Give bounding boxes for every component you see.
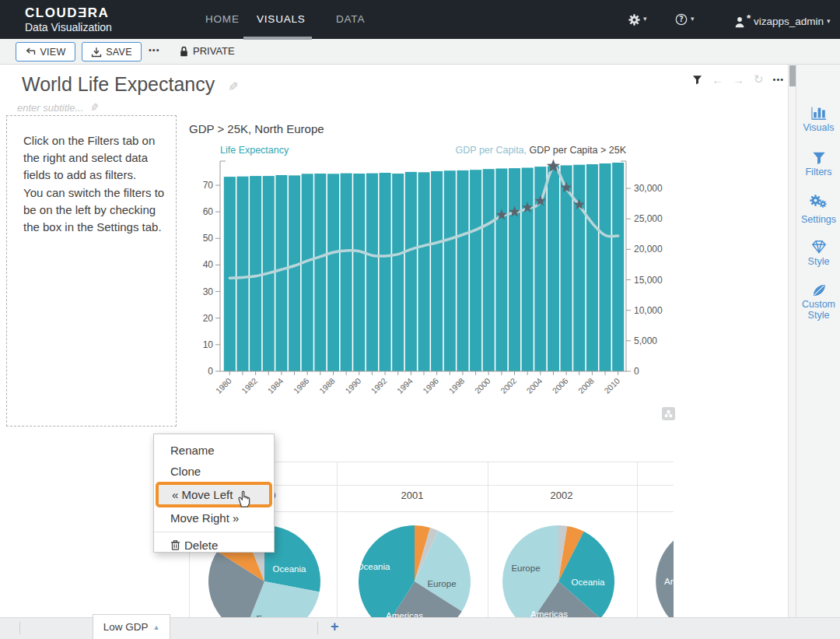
- private-label: PRIVATE: [193, 45, 235, 57]
- trash-icon: [170, 539, 180, 551]
- svg-text:1982: 1982: [240, 376, 259, 395]
- svg-text:20,000: 20,000: [634, 244, 663, 255]
- svg-text:Oceania: Oceania: [357, 562, 390, 571]
- filter-hint-line1: Click on the Filters tab on the right an…: [23, 132, 165, 184]
- private-badge[interactable]: PRIVATE: [179, 45, 235, 57]
- svg-text:Oceania: Oceania: [572, 578, 605, 587]
- svg-text:30,000: 30,000: [634, 183, 663, 194]
- pie-column-year: 2001: [373, 490, 451, 501]
- svg-text:1988: 1988: [317, 376, 337, 395]
- view-label: VIEW: [40, 47, 65, 58]
- tab-divider: [19, 622, 20, 634]
- filter-drop-zone[interactable]: Click on the Filters tab on the right an…: [6, 115, 177, 427]
- menu-item-move-left[interactable]: « Move Left: [156, 482, 272, 507]
- sidebar-label: Style: [796, 256, 840, 267]
- user-name: vizapps_admin: [754, 16, 824, 27]
- svg-text:1986: 1986: [292, 376, 311, 395]
- svg-text:GDP per Capita, GDP per Capita: GDP per Capita, GDP per Capita > 25K: [456, 145, 627, 156]
- nav-home[interactable]: HOME: [205, 13, 240, 25]
- svg-text:25,000: 25,000: [634, 213, 663, 224]
- svg-text:15,000: 15,000: [634, 275, 663, 286]
- user-menu[interactable]: * vizapps_admin▾: [734, 12, 831, 28]
- view-arrow-icon: [25, 47, 36, 58]
- svg-text:5,000: 5,000: [634, 335, 657, 346]
- menu-item-rename[interactable]: Rename: [154, 440, 274, 461]
- svg-text:1984: 1984: [265, 376, 285, 395]
- filter-hint-line2: You can switch the filters to be on the …: [23, 184, 165, 237]
- svg-text:20: 20: [203, 313, 214, 324]
- visual-more-button[interactable]: •••: [773, 75, 785, 84]
- svg-text:70: 70: [203, 180, 214, 191]
- sidebar-item-settings[interactable]: Settings: [796, 194, 840, 225]
- svg-text:2008: 2008: [576, 376, 596, 395]
- svg-text:0: 0: [634, 366, 639, 377]
- svg-text:0: 0: [208, 366, 213, 377]
- subtitle-input[interactable]: enter subtitle... ✎: [17, 101, 100, 114]
- svg-text:Life Expectancy: Life Expectancy: [220, 145, 289, 156]
- tab-low-gdp-active[interactable]: Low GDP▲: [93, 614, 170, 639]
- combo-chart[interactable]: Life ExpectancyGDP per Capita, GDP per C…: [189, 142, 687, 407]
- bar-chart-icon: [811, 105, 827, 121]
- chevron-down-icon: ▾: [643, 15, 647, 23]
- sidebar-item-style[interactable]: Style: [796, 239, 840, 267]
- nav-data[interactable]: DATA: [336, 13, 365, 25]
- chevron-down-icon: ▾: [691, 15, 695, 23]
- svg-text:30: 30: [203, 286, 214, 297]
- svg-text:1990: 1990: [343, 376, 362, 395]
- svg-text:1980: 1980: [214, 376, 233, 395]
- svg-text:1994: 1994: [395, 376, 415, 395]
- sidebar-item-visuals[interactable]: Visuals: [796, 105, 840, 133]
- sidebar-item-custom-style[interactable]: Custom Style: [796, 283, 840, 321]
- svg-text:Americas: Americas: [664, 577, 674, 586]
- menu-item-delete[interactable]: Delete: [154, 535, 274, 556]
- sidebar-label: Visuals: [796, 122, 840, 133]
- pie-column-year: 2002: [523, 490, 600, 501]
- right-sidebar: Visuals Filters Settings Style Custom St…: [796, 65, 840, 639]
- user-icon: [734, 16, 745, 28]
- svg-text:2006: 2006: [551, 376, 570, 395]
- menu-item-move-right[interactable]: Move Right »: [154, 507, 274, 528]
- delete-label: Delete: [184, 539, 218, 552]
- back-arrow-icon: ←: [712, 73, 723, 86]
- save-button[interactable]: SAVE: [82, 42, 142, 61]
- edit-title-pencil-icon[interactable]: ✎: [228, 79, 238, 94]
- svg-text:Europe: Europe: [427, 579, 456, 588]
- vertical-scrollbar[interactable]: [788, 65, 796, 617]
- svg-text:Oceania: Oceania: [273, 564, 306, 574]
- sidebar-label: Filters: [796, 167, 840, 177]
- lock-icon: [179, 46, 189, 57]
- sidebar-label: Settings: [796, 214, 840, 225]
- refresh-icon: ↻: [754, 72, 764, 86]
- add-sheet-button[interactable]: +: [331, 619, 339, 635]
- chevron-down-icon: ▾: [827, 17, 831, 25]
- svg-text:2000: 2000: [473, 376, 492, 395]
- visual-type-badge[interactable]: [662, 407, 675, 420]
- help-menu[interactable]: ▾: [675, 12, 695, 26]
- menu-item-clone[interactable]: Clone: [154, 461, 274, 482]
- edit-subtitle-pencil-icon[interactable]: ✎: [91, 101, 100, 114]
- share-icon: [664, 409, 673, 418]
- svg-text:Americas: Americas: [530, 609, 568, 617]
- menu-separator: [154, 532, 274, 532]
- diamond-icon: [811, 239, 827, 255]
- svg-text:1992: 1992: [369, 376, 388, 395]
- svg-text:1998: 1998: [446, 376, 466, 395]
- nav-visuals[interactable]: VISUALS: [257, 13, 306, 25]
- view-button[interactable]: VIEW: [16, 42, 75, 61]
- sidebar-item-filters[interactable]: Filters: [796, 150, 840, 177]
- toolbar-more-button[interactable]: •••: [149, 45, 160, 54]
- active-nav-indicator: [243, 37, 312, 40]
- page-title: World Life Expectancy ✎: [22, 73, 239, 96]
- scrollbar-thumb[interactable]: [789, 65, 796, 86]
- sidebar-label: Custom Style: [800, 299, 838, 321]
- combo-chart-title: GDP > 25K, North Europe: [189, 122, 324, 135]
- gears-icon: [819, 200, 827, 208]
- settings-gear-menu[interactable]: ▾: [628, 12, 647, 26]
- svg-text:2002: 2002: [499, 376, 518, 395]
- action-toolbar: VIEW SAVE ••• PRIVATE: [0, 39, 840, 65]
- filter-icon[interactable]: [692, 75, 702, 85]
- move-left-label: « Move Left: [172, 488, 233, 501]
- cloudera-logo[interactable]: CLOUDƎRA Data Visualization: [25, 5, 112, 33]
- top-navbar: CLOUDƎRA Data Visualization HOME VISUALS…: [0, 0, 840, 39]
- forward-arrow-icon: →: [733, 73, 744, 86]
